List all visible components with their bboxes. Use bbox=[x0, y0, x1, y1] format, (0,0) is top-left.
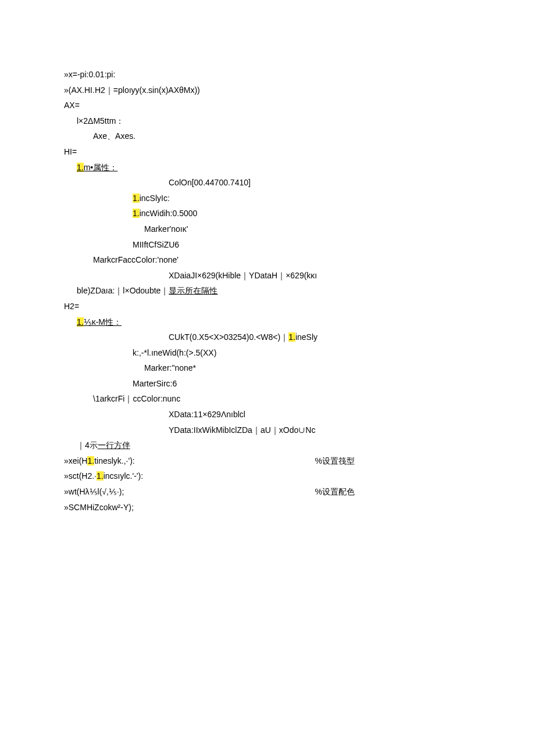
text: m•属性： bbox=[84, 163, 118, 172]
text: »sct(H2.· bbox=[64, 471, 97, 481]
code-line: Marker'noıκ' bbox=[64, 221, 471, 237]
highlight: 1. bbox=[77, 163, 84, 172]
comment: %设置配色 bbox=[315, 484, 471, 500]
code-line: 1.⅟₅κ-M性： bbox=[64, 314, 471, 330]
highlight: 1. bbox=[288, 332, 295, 342]
highlight: 1. bbox=[133, 194, 140, 203]
code-line: l×2ΔM5ttm： bbox=[64, 113, 471, 129]
code-line: 1.incWidih:0.5000 bbox=[64, 206, 471, 221]
code-line: MIIftCfSiZU6 bbox=[64, 237, 471, 253]
code-line: ble)ZDaıa:｜l×Odoubte｜显示所在隔性 bbox=[64, 283, 471, 299]
text: incsıylc.'-'): bbox=[104, 471, 143, 481]
code-line: »sct(H2.·1.incsıylc.'-'): bbox=[64, 468, 471, 484]
code-line: »SCMHiZcokw²-Y); bbox=[64, 500, 471, 515]
code-line: H2= bbox=[64, 299, 471, 314]
code-line: »xei(H1.tineslyk.,·'): %设置筏型 bbox=[64, 453, 471, 469]
code-line: YData:IIxWikMibIclZDa｜aU｜xOdo∪Nc bbox=[64, 422, 471, 438]
text: incWidih:0.5000 bbox=[140, 209, 198, 218]
text: incSlyIc: bbox=[140, 194, 170, 203]
code-line: Axe、Axes. bbox=[64, 128, 471, 144]
text: ineSly bbox=[295, 332, 318, 342]
highlight: 1. bbox=[77, 317, 84, 327]
text: ｜4示 bbox=[77, 440, 98, 450]
code-line: ColOn[00.44700.7410] bbox=[64, 175, 471, 191]
underlined-text: 一行方伴 bbox=[98, 440, 130, 450]
code-line: »(AX.HI.H2｜=ploıyy(x.sin(x)AXθMx)) bbox=[64, 83, 471, 98]
code-line: MarterSirc:6 bbox=[64, 376, 471, 392]
code-line: Marker:"none* bbox=[64, 360, 471, 376]
comment: %设置筏型 bbox=[315, 453, 471, 469]
text: »wt(Hλ⅟₅l(√,⅟₅·); bbox=[64, 484, 124, 500]
code-line: XData:11×629Λnıblcl bbox=[64, 407, 471, 422]
text: ｜ bbox=[105, 85, 113, 95]
text: »(AX.HI.H2 bbox=[64, 85, 105, 95]
code-line: »wt(Hλ⅟₅l(√,⅟₅·); %设置配色 bbox=[64, 484, 471, 500]
text: CUkT(0.X5<X>03254)0.<W8<)｜ bbox=[169, 332, 288, 342]
code-line: HI= bbox=[64, 144, 471, 160]
text: =ploıyy(x.sin(x)AXθMx)) bbox=[113, 85, 200, 95]
code-line: 1.incSlyIc: bbox=[64, 191, 471, 206]
highlight: 1. bbox=[87, 456, 94, 465]
code-line: AX= bbox=[64, 98, 471, 113]
text: tineslyk.,·'): bbox=[94, 456, 135, 465]
code-line: XDaiaJI×629(kHible｜YDataH｜×629(kκı bbox=[64, 268, 471, 284]
code-line: \1arkcrFi｜ccColor:nunc bbox=[64, 391, 471, 407]
text: ble)ZDaıa:｜l×Odoubte｜ bbox=[77, 286, 169, 295]
code-line: ｜4示一行方伴 bbox=[64, 438, 471, 453]
highlight: 1. bbox=[97, 471, 104, 481]
code-line: CUkT(0.X5<X>03254)0.<W8<)｜1.ineSly bbox=[64, 329, 471, 345]
underlined-text: 显示所在隔性 bbox=[169, 286, 217, 295]
code-line: MarkcrFaccColor:'none' bbox=[64, 252, 471, 268]
code-line: 1.m•属性： bbox=[64, 160, 471, 175]
text: ⅟₅κ-M性： bbox=[84, 317, 122, 327]
code-line: k:,-*l.ıneWid(h:(>.5(XX) bbox=[64, 345, 471, 361]
highlight: 1. bbox=[133, 209, 140, 218]
code-line: »x=-pi:0.01:pi: bbox=[64, 67, 471, 83]
text: »xei(H bbox=[64, 456, 87, 465]
